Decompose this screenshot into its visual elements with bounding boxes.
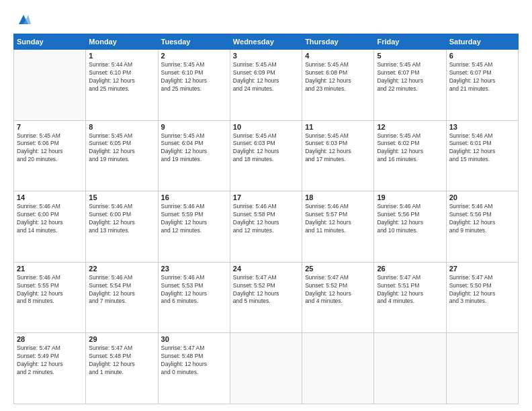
calendar-cell: 14Sunrise: 5:46 AM Sunset: 6:00 PM Dayli…: [14, 191, 86, 263]
header: [13, 12, 519, 27]
day-info: Sunrise: 5:45 AM Sunset: 6:06 PM Dayligh…: [17, 132, 83, 165]
day-info: Sunrise: 5:44 AM Sunset: 6:10 PM Dayligh…: [89, 61, 154, 93]
calendar-cell: 22Sunrise: 5:46 AM Sunset: 5:54 PM Dayli…: [86, 262, 158, 333]
day-number: 8: [89, 123, 154, 131]
calendar-cell: 13Sunrise: 5:46 AM Sunset: 6:01 PM Dayli…: [446, 120, 518, 191]
day-info: Sunrise: 5:45 AM Sunset: 6:03 PM Dayligh…: [305, 132, 371, 165]
day-number: 24: [233, 265, 299, 273]
day-info: Sunrise: 5:47 AM Sunset: 5:52 PM Dayligh…: [233, 274, 299, 306]
calendar-cell: 20Sunrise: 5:46 AM Sunset: 5:56 PM Dayli…: [446, 191, 518, 263]
calendar-cell: 15Sunrise: 5:46 AM Sunset: 6:00 PM Dayli…: [86, 191, 158, 263]
day-info: Sunrise: 5:47 AM Sunset: 5:51 PM Dayligh…: [377, 274, 443, 306]
calendar-cell: 4Sunrise: 5:45 AM Sunset: 6:08 PM Daylig…: [302, 50, 374, 121]
day-number: 25: [305, 265, 371, 273]
calendar-cell: 19Sunrise: 5:46 AM Sunset: 5:56 PM Dayli…: [374, 191, 446, 263]
calendar-cell: 7Sunrise: 5:45 AM Sunset: 6:06 PM Daylig…: [14, 120, 86, 191]
calendar-cell: 30Sunrise: 5:47 AM Sunset: 5:48 PM Dayli…: [158, 333, 230, 404]
calendar-cell: [14, 50, 86, 121]
day-number: 6: [449, 52, 515, 60]
day-number: 27: [449, 265, 515, 273]
calendar-cell: 12Sunrise: 5:45 AM Sunset: 6:02 PM Dayli…: [374, 120, 446, 191]
day-number: 5: [377, 52, 443, 60]
day-info: Sunrise: 5:45 AM Sunset: 6:03 PM Dayligh…: [233, 132, 299, 165]
weekday-header-sunday: Sunday: [14, 34, 86, 50]
day-number: 17: [233, 193, 299, 201]
day-info: Sunrise: 5:46 AM Sunset: 5:58 PM Dayligh…: [233, 203, 299, 235]
logo: [13, 12, 31, 27]
day-number: 13: [449, 123, 515, 131]
day-number: 28: [17, 335, 83, 343]
day-number: 7: [17, 123, 83, 131]
day-info: Sunrise: 5:46 AM Sunset: 6:01 PM Dayligh…: [449, 132, 515, 165]
day-number: 30: [161, 335, 227, 343]
week-row-1: 1Sunrise: 5:44 AM Sunset: 6:10 PM Daylig…: [14, 50, 519, 121]
calendar-cell: 25Sunrise: 5:47 AM Sunset: 5:52 PM Dayli…: [302, 262, 374, 333]
calendar-cell: 11Sunrise: 5:45 AM Sunset: 6:03 PM Dayli…: [302, 120, 374, 191]
calendar-cell: 27Sunrise: 5:47 AM Sunset: 5:50 PM Dayli…: [446, 262, 518, 333]
day-number: 16: [161, 193, 227, 201]
day-info: Sunrise: 5:45 AM Sunset: 6:02 PM Dayligh…: [377, 132, 443, 165]
calendar-cell: 2Sunrise: 5:45 AM Sunset: 6:10 PM Daylig…: [158, 50, 230, 121]
day-info: Sunrise: 5:46 AM Sunset: 5:57 PM Dayligh…: [305, 203, 371, 235]
day-number: 15: [89, 193, 154, 201]
calendar-cell: 28Sunrise: 5:47 AM Sunset: 5:49 PM Dayli…: [14, 333, 86, 404]
day-info: Sunrise: 5:45 AM Sunset: 6:05 PM Dayligh…: [89, 132, 154, 165]
day-info: Sunrise: 5:46 AM Sunset: 5:56 PM Dayligh…: [449, 203, 515, 235]
day-info: Sunrise: 5:47 AM Sunset: 5:48 PM Dayligh…: [161, 345, 227, 377]
day-info: Sunrise: 5:45 AM Sunset: 6:04 PM Dayligh…: [161, 132, 227, 165]
calendar-cell: [446, 333, 518, 404]
weekday-header-monday: Monday: [86, 34, 158, 50]
day-number: 22: [89, 265, 154, 273]
day-info: Sunrise: 5:46 AM Sunset: 6:00 PM Dayligh…: [89, 203, 154, 235]
weekday-header-wednesday: Wednesday: [230, 34, 302, 50]
day-number: 3: [233, 52, 299, 60]
day-info: Sunrise: 5:45 AM Sunset: 6:09 PM Dayligh…: [233, 61, 299, 93]
day-number: 18: [305, 193, 371, 201]
calendar-cell: 8Sunrise: 5:45 AM Sunset: 6:05 PM Daylig…: [86, 120, 158, 191]
day-number: 23: [161, 265, 227, 273]
day-info: Sunrise: 5:47 AM Sunset: 5:50 PM Dayligh…: [449, 274, 515, 306]
day-info: Sunrise: 5:45 AM Sunset: 6:10 PM Dayligh…: [161, 61, 227, 93]
day-number: 9: [161, 123, 227, 131]
week-row-3: 14Sunrise: 5:46 AM Sunset: 6:00 PM Dayli…: [14, 191, 519, 263]
day-info: Sunrise: 5:47 AM Sunset: 5:49 PM Dayligh…: [17, 345, 83, 377]
day-info: Sunrise: 5:45 AM Sunset: 6:07 PM Dayligh…: [377, 61, 443, 93]
day-info: Sunrise: 5:46 AM Sunset: 5:59 PM Dayligh…: [161, 203, 227, 235]
weekday-header-saturday: Saturday: [446, 34, 518, 50]
calendar-cell: 18Sunrise: 5:46 AM Sunset: 5:57 PM Dayli…: [302, 191, 374, 263]
calendar-cell: 26Sunrise: 5:47 AM Sunset: 5:51 PM Dayli…: [374, 262, 446, 333]
calendar-cell: [374, 333, 446, 404]
day-number: 21: [17, 265, 83, 273]
day-number: 14: [17, 193, 83, 201]
day-number: 12: [377, 123, 443, 131]
day-info: Sunrise: 5:46 AM Sunset: 5:54 PM Dayligh…: [89, 274, 154, 306]
day-number: 2: [161, 52, 227, 60]
day-number: 11: [305, 123, 371, 131]
calendar-cell: 29Sunrise: 5:47 AM Sunset: 5:48 PM Dayli…: [86, 333, 158, 404]
day-number: 1: [89, 52, 154, 60]
week-row-4: 21Sunrise: 5:46 AM Sunset: 5:55 PM Dayli…: [14, 262, 519, 333]
calendar-cell: 16Sunrise: 5:46 AM Sunset: 5:59 PM Dayli…: [158, 191, 230, 263]
calendar-cell: 10Sunrise: 5:45 AM Sunset: 6:03 PM Dayli…: [230, 120, 302, 191]
calendar-cell: 6Sunrise: 5:45 AM Sunset: 6:07 PM Daylig…: [446, 50, 518, 121]
day-info: Sunrise: 5:46 AM Sunset: 5:56 PM Dayligh…: [377, 203, 443, 235]
day-info: Sunrise: 5:47 AM Sunset: 5:48 PM Dayligh…: [89, 345, 154, 377]
calendar-cell: [302, 333, 374, 404]
calendar-cell: 24Sunrise: 5:47 AM Sunset: 5:52 PM Dayli…: [230, 262, 302, 333]
weekday-header-thursday: Thursday: [302, 34, 374, 50]
calendar-cell: 9Sunrise: 5:45 AM Sunset: 6:04 PM Daylig…: [158, 120, 230, 191]
day-number: 19: [377, 193, 443, 201]
calendar-table: SundayMondayTuesdayWednesdayThursdayFrid…: [13, 34, 519, 404]
calendar-cell: 3Sunrise: 5:45 AM Sunset: 6:09 PM Daylig…: [230, 50, 302, 121]
calendar-cell: 23Sunrise: 5:46 AM Sunset: 5:53 PM Dayli…: [158, 262, 230, 333]
page: SundayMondayTuesdayWednesdayThursdayFrid…: [0, 0, 532, 411]
calendar-cell: 5Sunrise: 5:45 AM Sunset: 6:07 PM Daylig…: [374, 50, 446, 121]
day-info: Sunrise: 5:45 AM Sunset: 6:07 PM Dayligh…: [449, 61, 515, 93]
weekday-header-row: SundayMondayTuesdayWednesdayThursdayFrid…: [14, 34, 519, 50]
week-row-5: 28Sunrise: 5:47 AM Sunset: 5:49 PM Dayli…: [14, 333, 519, 404]
calendar-cell: 1Sunrise: 5:44 AM Sunset: 6:10 PM Daylig…: [86, 50, 158, 121]
calendar-cell: 21Sunrise: 5:46 AM Sunset: 5:55 PM Dayli…: [14, 262, 86, 333]
weekday-header-friday: Friday: [374, 34, 446, 50]
day-number: 10: [233, 123, 299, 131]
day-info: Sunrise: 5:46 AM Sunset: 5:53 PM Dayligh…: [161, 274, 227, 306]
